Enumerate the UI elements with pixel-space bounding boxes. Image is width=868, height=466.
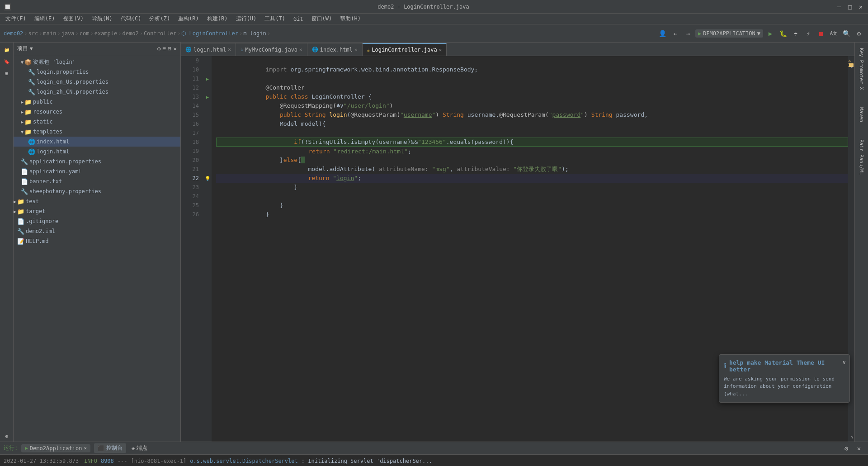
run-config[interactable]: ▶ DEMO2APPLICATION ▼	[695, 29, 763, 38]
breadcrumb-login[interactable]: m login	[243, 30, 266, 37]
close-tab-login-html[interactable]: ✕	[228, 47, 231, 52]
breadcrumb-project[interactable]: demo02	[4, 30, 23, 37]
left-icon-structure[interactable]: ⊞	[1, 68, 12, 79]
translate-button[interactable]: A文	[828, 28, 839, 39]
panel-header: 项目 ▼ ⚙ ≡ ⊟ ✕	[14, 43, 180, 55]
code-line-17: if(!StringUtils.isEmpty(username)&&"1234…	[216, 128, 848, 138]
app-icon: 🔲	[4, 3, 11, 10]
tree-item-templates[interactable]: ▼ 📁 templates	[14, 127, 180, 137]
bottom-toolbar: 运行: ▶ Demo2Application ✕ ⬛ 控制台 ◈ 端点 ⚙ ✕	[0, 442, 868, 455]
close-button[interactable]: ✕	[857, 3, 864, 10]
right-icon-pair-panuml[interactable]: Pair Panu/ML	[857, 136, 866, 179]
left-icon-git[interactable]: ⚙	[1, 431, 12, 442]
title-bar-center: demo2 - LoginController.java	[377, 4, 469, 10]
breadcrumb-logincontroller[interactable]: ⬡ LoginController	[181, 30, 238, 37]
tab-logincontroller[interactable]: ☕ LoginController.java ✕	[363, 43, 447, 56]
breadcrumb-com[interactable]: com	[80, 30, 90, 37]
tree-item-sheep-prop[interactable]: 🔧 sheepbotany.properties	[14, 186, 180, 196]
notification-expand[interactable]: ∨	[843, 359, 846, 366]
run-button[interactable]: ▶	[765, 28, 776, 39]
tree-item-banner[interactable]: 📄 banner.txt	[14, 176, 180, 186]
left-icon-project[interactable]: 📁	[1, 44, 12, 55]
breadcrumb-java[interactable]: java	[61, 30, 75, 37]
run-gutter-icon2[interactable]: ▶	[206, 95, 209, 100]
menu-item-nav[interactable]: 导航(N)	[88, 14, 116, 24]
menu-item-view[interactable]: 视图(V)	[59, 14, 87, 24]
git-button[interactable]: 👤	[657, 28, 668, 39]
breadcrumb-main[interactable]: main	[43, 30, 57, 37]
settings-button[interactable]: ⚙	[854, 28, 864, 39]
menu-item-edit[interactable]: 编辑(E)	[31, 14, 59, 24]
tree-item-login-html[interactable]: 🌐 login.html	[14, 147, 180, 157]
tree-item-app-yaml[interactable]: 📄 application.yaml	[14, 166, 180, 176]
close-tab-mymvcconfig[interactable]: ✕	[299, 47, 302, 52]
code-line-11: @Controller	[216, 74, 848, 83]
notification-title: help make Material Theme UI better	[729, 359, 845, 373]
bottom-tabs: ⬛ 控制台 ◈ 端点	[94, 443, 151, 453]
notification-popup: ℹ help make Material Theme UI better ∨ W…	[719, 354, 850, 403]
tab-index-html[interactable]: 🌐 index.html ✕	[307, 43, 363, 56]
tree-item-login-prop[interactable]: 🔧 login.properties	[14, 67, 180, 77]
menu-item-tools[interactable]: 工具(T)	[261, 14, 289, 24]
code-line-25: }	[216, 201, 848, 210]
lamp-icon[interactable]: 💡	[205, 176, 210, 181]
tree-item-login-pkg[interactable]: ▼ 📦 资源包 'login'	[14, 57, 180, 67]
menu-item-help[interactable]: 帮助(H)	[336, 14, 364, 24]
menu-item-analyze[interactable]: 分析(Z)	[146, 14, 174, 24]
tree-item-gitignore[interactable]: 📄 .gitignore	[14, 216, 180, 226]
close-tab-logincontroller[interactable]: ✕	[439, 47, 442, 53]
stop-button[interactable]: ■	[816, 28, 826, 39]
breadcrumb-demo2[interactable]: demo2	[123, 30, 139, 37]
maximize-button[interactable]: □	[846, 3, 854, 10]
debug-button[interactable]: 🐛	[778, 28, 788, 39]
panel-icon-settings[interactable]: ⚙	[157, 45, 161, 52]
tree-item-public[interactable]: ▶ 📁 public	[14, 97, 180, 107]
menu-item-run[interactable]: 运行(U)	[232, 14, 260, 24]
coverage-button[interactable]: ☂	[790, 28, 801, 39]
breadcrumb-example[interactable]: example	[94, 30, 118, 37]
tree-item-resources[interactable]: ▶ 📁 resources	[14, 107, 180, 117]
menu-item-git[interactable]: Git	[290, 15, 307, 23]
tree-item-index-html[interactable]: 🌐 index.html	[14, 137, 180, 147]
title-bar-right[interactable]: ─ □ ✕	[835, 3, 864, 10]
bottom-settings-btn[interactable]: ⚙	[841, 443, 852, 454]
run-gutter-icon[interactable]: ▶	[206, 76, 209, 81]
panel-icon-layout[interactable]: ≡	[163, 45, 166, 52]
notification-body: We are asking your permission to send in…	[724, 376, 845, 398]
panel-icon-close[interactable]: ✕	[173, 45, 177, 52]
code-line-9: import org.springframework.web.bind.anno…	[216, 56, 848, 65]
line-numbers: 9 10 11 12 13 14 15 16 17 18 19 20 21 22…	[181, 56, 203, 442]
tree-item-app-prop[interactable]: 🔧 application.properties	[14, 157, 180, 166]
menu-item-code[interactable]: 代码(C)	[117, 14, 145, 24]
menu-item-build[interactable]: 构建(B)	[203, 14, 231, 24]
tree-item-login-zh-prop[interactable]: 🔧 login_zh_CN.properties	[14, 87, 180, 97]
bottom-tab-console[interactable]: ⬛ 控制台	[94, 443, 126, 453]
tree-item-iml[interactable]: 🔧 demo2.iml	[14, 226, 180, 236]
close-tab-index-html[interactable]: ✕	[354, 47, 358, 52]
bottom-close-btn[interactable]: ✕	[854, 443, 864, 454]
tab-login-html[interactable]: 🌐 login.html ✕	[181, 43, 236, 56]
back-button[interactable]: ←	[670, 28, 681, 39]
panel-icon-collapse[interactable]: ⊟	[168, 45, 171, 52]
tab-mymvcconfig[interactable]: ☕ MyMvcConfig.java ✕	[236, 43, 307, 56]
menu-item-refactor[interactable]: 重构(R)	[175, 14, 203, 24]
search-button[interactable]: 🔍	[841, 28, 852, 39]
profile-button[interactable]: ⚡	[803, 28, 814, 39]
breadcrumb-src[interactable]: src	[28, 30, 38, 37]
tree-item-target[interactable]: ▶ 📁 target	[14, 206, 180, 216]
bottom-tab-endpoints[interactable]: ◈ 端点	[128, 443, 151, 453]
tree-item-help[interactable]: 📝 HELP.md	[14, 236, 180, 246]
code-line-20: model.addAttribute( attributeName: "msg"…	[216, 156, 848, 165]
menu-item-window[interactable]: 窗口(W)	[308, 14, 336, 24]
tree-item-static[interactable]: ▶ 📁 static	[14, 117, 180, 127]
minimize-button[interactable]: ─	[835, 3, 843, 10]
forward-button[interactable]: →	[683, 28, 693, 39]
tree-item-login-en-prop[interactable]: 🔧 login_en_Us.properties	[14, 77, 180, 87]
run-tab[interactable]: ▶ Demo2Application ✕	[21, 444, 90, 452]
breadcrumb-controller[interactable]: Controller	[144, 30, 176, 37]
right-icon-maven[interactable]: Maven	[857, 104, 866, 126]
menu-item-file[interactable]: 文件(F)	[2, 14, 30, 24]
left-icon-bookmark[interactable]: 🔖	[1, 56, 12, 67]
right-icon-key-promoter[interactable]: Key Promoter X	[857, 44, 866, 94]
tree-item-test[interactable]: ▶ 📁 test	[14, 196, 180, 206]
